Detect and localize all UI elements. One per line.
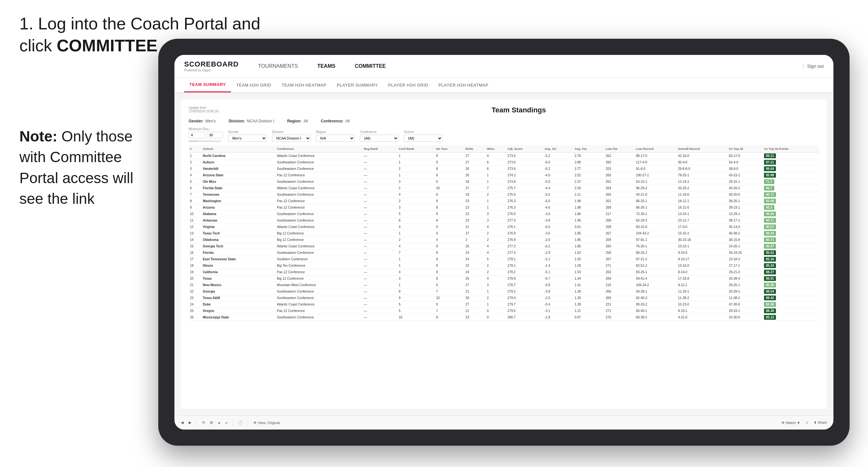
rank-slider[interactable]	[189, 141, 223, 142]
cell-rank: 11	[189, 217, 202, 224]
min-rank-from[interactable]	[189, 132, 205, 138]
cell-low-record: 60-39-2	[635, 314, 677, 321]
nav-committee[interactable]: COMMITTEE	[351, 62, 389, 71]
cell-avg-par: 1.63	[574, 250, 604, 256]
toolbar-share[interactable]: ⬆ Share	[814, 421, 827, 425]
cell-avg-sg: -1.8	[544, 314, 574, 321]
cell-avg-par: 1.30	[574, 295, 604, 301]
table-row: 17 East Tennessee State Southern Confere…	[189, 256, 819, 262]
toolbar-watch[interactable]: 👁 Watch ▼	[781, 421, 801, 425]
toolbar-refresh[interactable]: ⟲	[202, 421, 205, 425]
logo-sub-text: Powered by clippd	[184, 68, 239, 72]
cell-low-par: 221	[604, 301, 635, 308]
cell-school: Washington	[202, 198, 276, 205]
cell-low-record: 83-15-0	[635, 224, 677, 230]
min-rank-to[interactable]	[207, 132, 223, 138]
toolbar-next[interactable]: ▶	[189, 421, 191, 425]
cell-low-record: 100-27-1	[635, 172, 677, 179]
cell-rank: 8	[189, 198, 202, 205]
subnav-player-h2h-heatmap[interactable]: PLAYER H2H HEATMAP	[433, 77, 493, 92]
cell-avg-par: 2.77	[574, 166, 604, 172]
sign-out-button[interactable]: Sign out	[807, 64, 824, 69]
th-no-tour: No Tour	[435, 145, 464, 153]
toolbar-expand[interactable]: ⤢	[806, 421, 809, 425]
cell-reg-rank: —	[363, 276, 397, 282]
cell-school: Oregon	[202, 308, 276, 314]
min-rank-control: Minimum Rou...	[189, 127, 223, 142]
cell-no-tour: 8	[435, 314, 464, 321]
cell-rank: 2	[189, 159, 202, 166]
cell-conf-rank: 3	[397, 276, 435, 282]
cell-no-tour: 8	[435, 243, 464, 250]
cell-low-par: 265	[604, 191, 635, 198]
cell-pts: 80.34	[763, 230, 819, 237]
cell-rank: 25	[189, 308, 202, 314]
subnav-team-h2h-heatmap[interactable]: TEAM H2H HEATMAP	[276, 77, 332, 92]
cell-rnds: 27	[464, 185, 486, 191]
cell-overall: 33-25-2	[677, 185, 728, 191]
gender-select[interactable]: Men's	[228, 135, 267, 142]
cell-adj-score: 276.9	[506, 230, 544, 237]
table-row: 4 Arizona State Pac-12 Conference — 1 8 …	[189, 172, 819, 179]
toolbar-dot[interactable]: ●	[218, 421, 220, 425]
subnav-player-summary[interactable]: PLAYER SUMMARY	[332, 77, 383, 92]
cell-rank: 3	[189, 166, 202, 172]
cell-rank: 23	[189, 295, 202, 301]
subnav-player-h2h-grid[interactable]: PLAYER H2H GRID	[383, 77, 434, 92]
toolbar-view-original[interactable]: 👁 View: Original	[253, 421, 280, 425]
nav-tournaments[interactable]: TOURNAMENTS	[255, 62, 301, 71]
cell-conf-rank: 2	[397, 185, 435, 191]
cell-avg-par: 1.85	[574, 243, 604, 250]
th-vs25: Vs Top 25	[727, 145, 763, 153]
toolbar-prev[interactable]: ◀	[181, 421, 184, 425]
cell-vs25: 35-14-0	[727, 224, 763, 230]
table-row: 19 California Pac-12 Conference — 4 8 24…	[189, 269, 819, 276]
nav-teams[interactable]: TEAMS	[314, 62, 339, 71]
cell-pts: 88.38	[763, 308, 819, 314]
cell-conf-rank: 1	[397, 230, 435, 237]
cell-wins: 1	[486, 172, 506, 179]
cell-overall: 29-8-8-0	[677, 166, 728, 172]
cell-low-par: 268	[604, 224, 635, 230]
cell-conf: Big 12 Conference	[276, 237, 363, 243]
cell-wins: 2	[486, 295, 506, 301]
subnav-team-summary[interactable]: TEAM SUMMARY	[184, 77, 231, 92]
cell-pts: 80.71	[763, 191, 819, 198]
cell-conf-rank: 5	[397, 308, 435, 314]
cell-wins: 1	[486, 301, 506, 308]
cell-rnds: 27	[464, 153, 486, 159]
cell-avg-sg: -4.4	[544, 185, 574, 191]
cell-no-tour: 8	[435, 269, 464, 276]
cell-overall: 9-10-17	[677, 256, 728, 262]
division-select[interactable]: NCAA Division I	[272, 135, 311, 142]
table-row: 5 Ole Miss Southeastern Conference — 3 6…	[189, 179, 819, 185]
cell-avg-par: 1.55	[574, 256, 604, 262]
cell-avg-sg: -3.6	[544, 211, 574, 217]
cell-pts: 85.13	[763, 314, 819, 321]
cell-conf-rank: 1	[397, 172, 435, 179]
cell-reg-rank: —	[363, 308, 397, 314]
cell-vs25: 38-17-1	[727, 217, 763, 224]
th-reg-rank: Reg Rank	[363, 145, 397, 153]
cell-reg-rank: —	[363, 256, 397, 262]
cell-school: Arizona	[202, 205, 276, 211]
toolbar-menu[interactable]: ≡	[225, 421, 227, 425]
cell-conf-rank: 2	[397, 237, 435, 243]
region-select[interactable]: N/A	[316, 135, 355, 142]
subnav-team-h2h-grid[interactable]: TEAM H2H GRID	[231, 77, 276, 92]
conference-select[interactable]: (All)	[360, 135, 399, 142]
cell-conf: Southeastern Conference	[276, 295, 363, 301]
gender-control-label: Gender	[228, 130, 267, 134]
cell-reg-rank: —	[363, 198, 397, 205]
school-select[interactable]: (All)	[404, 135, 442, 142]
cell-adj-score: 276.1	[506, 224, 544, 230]
cell-conf-rank: 1	[397, 159, 435, 166]
region-label: Region:	[287, 119, 302, 123]
cell-reg-rank: —	[363, 159, 397, 166]
th-low-record: Low Record	[635, 145, 677, 153]
cell-conf-rank: 4	[397, 243, 435, 250]
cell-overall: 18-12-1	[677, 198, 728, 205]
toolbar-grid[interactable]: ⊞	[210, 421, 213, 425]
cell-low-record: 97-81-1	[635, 237, 677, 243]
cell-conf: Atlantic Coast Conference	[276, 243, 363, 250]
